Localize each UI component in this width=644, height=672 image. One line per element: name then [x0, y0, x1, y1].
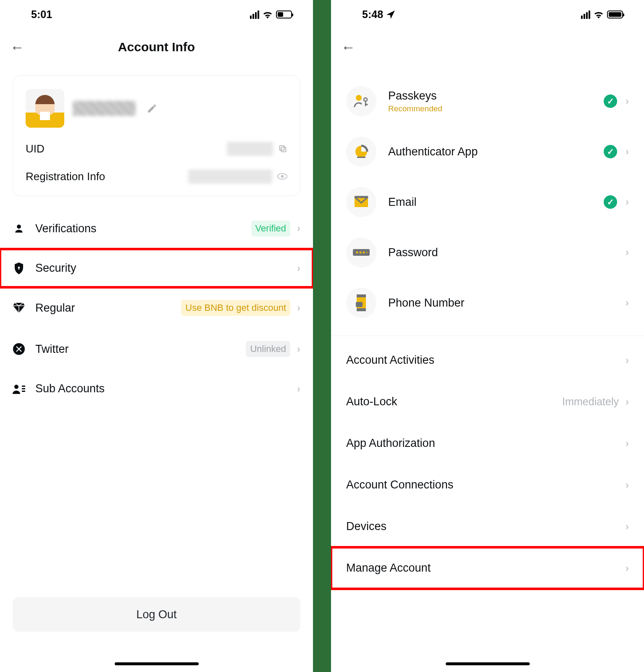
- row-label: Phone Number: [388, 297, 465, 310]
- phone-icon: [346, 288, 376, 318]
- row-label: Regular: [35, 302, 75, 315]
- row-password[interactable]: Password ›: [331, 227, 644, 278]
- shield-icon: [13, 262, 25, 274]
- row-verifications[interactable]: Verifications Verified ›: [0, 208, 313, 249]
- row-label: Twitter: [35, 343, 69, 356]
- recommended-label: Recommended: [388, 104, 442, 113]
- row-label: Account Activities: [346, 354, 434, 367]
- row-regular[interactable]: Regular Use BNB to get discount ›: [0, 287, 313, 328]
- row-authenticator[interactable]: Authenticator App ✓ ›: [331, 126, 644, 177]
- password-icon: [346, 237, 376, 268]
- chevron-right-icon: ›: [626, 479, 629, 491]
- username-redacted: [73, 101, 136, 116]
- svg-rect-6: [18, 268, 19, 270]
- chevron-right-icon: ›: [626, 196, 629, 208]
- chevron-right-icon: ›: [626, 247, 629, 258]
- row-phone[interactable]: Phone Number ›: [331, 278, 644, 328]
- row-label: Manage Account: [346, 562, 431, 575]
- row-label: Password: [388, 246, 438, 259]
- row-value: Immediately: [562, 396, 619, 408]
- svg-point-19: [363, 252, 365, 254]
- svg-rect-1: [280, 146, 284, 150]
- svg-rect-0: [281, 147, 286, 152]
- svg-rect-14: [357, 157, 365, 158]
- status-icons: [250, 10, 292, 19]
- chevron-right-icon: ›: [626, 396, 629, 408]
- profile-card: UID Registration Info: [13, 75, 300, 196]
- chevron-right-icon: ›: [297, 383, 300, 395]
- twitter-x-icon: [13, 343, 25, 355]
- sub-accounts-icon: [13, 384, 25, 394]
- uid-row: UID: [26, 142, 287, 155]
- chevron-right-icon: ›: [297, 343, 300, 355]
- svg-point-17: [356, 252, 358, 254]
- svg-rect-10: [22, 388, 25, 389]
- avatar[interactable]: [26, 89, 64, 128]
- chevron-right-icon: ›: [626, 562, 629, 574]
- status-time: 5:48: [362, 8, 383, 21]
- person-icon: [13, 223, 25, 234]
- logout-button[interactable]: Log Out: [13, 597, 300, 632]
- row-devices[interactable]: Devices ›: [331, 506, 644, 547]
- eye-icon[interactable]: [277, 173, 287, 180]
- status-time: 5:01: [31, 8, 52, 21]
- svg-point-4: [17, 225, 21, 229]
- chevron-right-icon: ›: [626, 521, 629, 533]
- row-security[interactable]: Security ›: [0, 249, 313, 287]
- check-icon: ✓: [604, 195, 617, 209]
- authenticator-icon: [346, 136, 376, 167]
- status-icons: [581, 10, 623, 19]
- security-settings-list: Account Activities › Auto-Lock Immediate…: [331, 339, 644, 589]
- row-label: Authenticator App: [388, 145, 478, 158]
- row-label: Sub Accounts: [35, 382, 105, 395]
- status-bar: 5:48: [331, 0, 644, 27]
- copy-icon[interactable]: [278, 144, 287, 153]
- section-divider: [331, 336, 644, 336]
- chevron-right-icon: ›: [626, 297, 629, 309]
- row-passkeys[interactable]: Passkeys Recommended ✓ ›: [331, 76, 644, 126]
- row-auto-lock[interactable]: Auto-Lock Immediately ›: [331, 381, 644, 423]
- row-label: Devices: [346, 520, 386, 533]
- row-label: Auto-Lock: [346, 395, 397, 408]
- svg-point-12: [356, 95, 362, 101]
- svg-rect-22: [357, 294, 366, 297]
- home-indicator[interactable]: [115, 662, 199, 665]
- row-label: Account Connections: [346, 478, 453, 491]
- back-button[interactable]: ←: [10, 40, 24, 54]
- row-account-activities[interactable]: Account Activities ›: [331, 339, 644, 381]
- check-icon: ✓: [604, 94, 617, 108]
- wifi-icon: [594, 11, 604, 18]
- screen-divider: [313, 0, 331, 672]
- row-label: Security: [35, 262, 76, 275]
- back-button[interactable]: ←: [341, 40, 355, 54]
- svg-rect-23: [357, 308, 366, 311]
- svg-rect-9: [22, 386, 25, 387]
- row-email[interactable]: Email ✓ ›: [331, 177, 644, 227]
- app-header: ←: [331, 27, 644, 63]
- row-sub-accounts[interactable]: Sub Accounts ›: [0, 370, 313, 408]
- chevron-right-icon: ›: [297, 262, 300, 274]
- status-bar: 5:01: [0, 0, 313, 27]
- svg-rect-24: [356, 302, 363, 307]
- edit-icon[interactable]: [147, 103, 158, 114]
- row-account-connections[interactable]: Account Connections ›: [331, 464, 644, 506]
- row-twitter[interactable]: Twitter Unlinked ›: [0, 328, 313, 370]
- chevron-right-icon: ›: [626, 438, 629, 449]
- row-label: Email: [388, 196, 417, 209]
- uid-label: UID: [26, 142, 45, 155]
- home-indicator[interactable]: [446, 662, 530, 665]
- wifi-icon: [263, 11, 273, 18]
- row-label: App Authorization: [346, 437, 435, 450]
- row-app-authorization[interactable]: App Authorization ›: [331, 423, 644, 464]
- row-label: Verifications: [35, 222, 97, 235]
- chevron-right-icon: ›: [626, 354, 629, 366]
- email-icon: [346, 187, 376, 217]
- chevron-right-icon: ›: [626, 95, 629, 107]
- passkey-icon: [346, 86, 376, 116]
- unlinked-badge: Unlinked: [246, 341, 290, 357]
- chevron-right-icon: ›: [297, 302, 300, 314]
- location-arrow-icon: [386, 10, 395, 19]
- page-title: Account Info: [0, 40, 313, 54]
- row-manage-account[interactable]: Manage Account ›: [331, 547, 644, 589]
- cellular-icon: [250, 10, 259, 19]
